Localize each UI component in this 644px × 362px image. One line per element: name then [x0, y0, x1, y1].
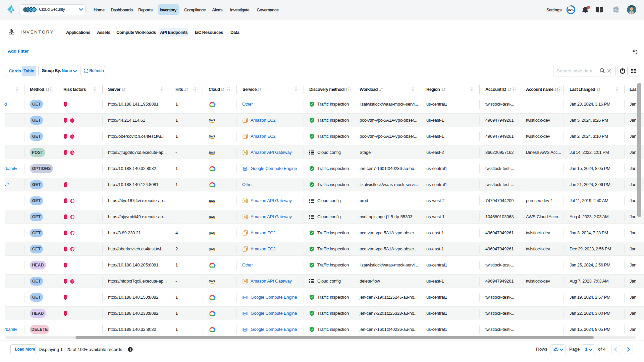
svg-text:aws: aws — [209, 247, 215, 251]
svg-text:AI: AI — [615, 8, 618, 11]
svg-text:83%: 83% — [568, 8, 574, 11]
svg-text:aws: aws — [209, 231, 215, 235]
svg-text:aws: aws — [209, 199, 215, 202]
svg-text:aws: aws — [209, 150, 215, 154]
svg-text:aws: aws — [209, 215, 215, 219]
svg-text:aws: aws — [209, 279, 215, 283]
svg-text:aws: aws — [209, 134, 215, 138]
svg-text:aws: aws — [209, 118, 215, 122]
